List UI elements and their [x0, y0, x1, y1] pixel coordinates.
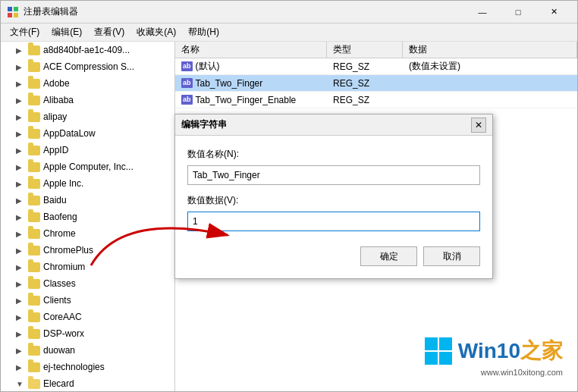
header-name: 名称 — [175, 42, 327, 58]
header-data: 数据 — [403, 42, 577, 58]
tree-label: DSP-worx — [43, 328, 84, 339]
menu-file[interactable]: 文件(F) — [4, 24, 46, 40]
reg-type-icon: ab — [181, 61, 193, 71]
svg-rect-6 — [439, 337, 452, 350]
tree-panel[interactable]: ▶ a8d840bf-ae1c-409... ▶ ACE Compression… — [1, 42, 175, 391]
folder-icon — [28, 178, 40, 189]
watermark-main-text: Win10 — [458, 339, 520, 363]
reg-type-icon: ab — [181, 78, 193, 88]
tree-arrow: ▶ — [16, 330, 28, 338]
folder-icon — [28, 345, 40, 356]
value-data-label: 数值数据(V): — [187, 194, 480, 207]
folder-icon — [28, 45, 40, 55]
minimize-button[interactable]: — — [465, 1, 500, 24]
folder-icon — [28, 195, 40, 205]
menu-view[interactable]: 查看(V) — [88, 24, 130, 40]
maximize-button[interactable]: □ — [501, 1, 536, 24]
tree-item-coreaac[interactable]: ▶ CoreAAC — [1, 309, 174, 325]
tree-item-duowan[interactable]: ▶ duowan — [1, 342, 174, 359]
tree-item-chrome[interactable]: ▶ Chrome — [1, 225, 174, 242]
cancel-button[interactable]: 取消 — [423, 246, 480, 266]
tree-item-baofeng[interactable]: ▶ Baofeng — [1, 209, 174, 225]
tree-item-dsp-worx[interactable]: ▶ DSP-worx — [1, 325, 174, 342]
folder-icon — [28, 312, 40, 322]
menu-favorites[interactable]: 收藏夹(A) — [130, 24, 182, 40]
tree-label: alipay — [43, 111, 67, 122]
tree-label: ACE Compression S... — [43, 61, 134, 72]
watermark-logo: Win10 之家 — [423, 336, 563, 366]
tree-label: duowan — [43, 345, 75, 356]
tree-label: Chrome — [43, 228, 76, 239]
tree-item-a8d840[interactable]: ▶ a8d840bf-ae1c-409... — [1, 42, 174, 58]
folder-icon — [28, 378, 40, 389]
folder-icon — [28, 278, 40, 289]
tree-arrow: ▶ — [16, 196, 28, 205]
tree-item-elecard[interactable]: ▼ Elecard — [1, 375, 174, 391]
tree-label: Alibaba — [43, 95, 74, 105]
watermark-url: www.win10xitong.com — [481, 368, 563, 377]
tree-label: AppID — [43, 145, 68, 155]
value-data-input[interactable] — [187, 212, 480, 231]
tree-item-clients[interactable]: ▶ Clients — [1, 292, 174, 309]
folder-icon — [28, 228, 40, 239]
folder-icon — [28, 128, 40, 139]
tree-label: Chromium — [43, 262, 85, 272]
list-row-default[interactable]: ab (默认) REG_SZ (数值未设置) — [175, 58, 577, 75]
menu-help[interactable]: 帮助(H) — [182, 24, 225, 40]
tree-label: Classes — [43, 278, 76, 289]
title-bar-buttons: — □ ✕ — [465, 1, 571, 24]
ok-button[interactable]: 确定 — [360, 246, 417, 266]
folder-icon — [28, 245, 40, 256]
tree-arrow: ▶ — [16, 46, 28, 55]
cell-type: REG_SZ — [327, 75, 403, 91]
folder-icon — [28, 362, 40, 372]
tree-item-appid[interactable]: ▶ AppID — [1, 142, 174, 158]
tree-label: Clients — [43, 295, 71, 306]
dialog-buttons: 确定 取消 — [187, 246, 480, 266]
list-row-tab-two-finger-enable[interactable]: ab Tab_Two_Finger_Enable REG_SZ — [175, 92, 577, 108]
cell-data: (数值未设置) — [403, 58, 577, 74]
tree-item-baidu[interactable]: ▶ Baidu — [1, 192, 174, 209]
tree-arrow: ▶ — [16, 113, 28, 121]
tree-arrow: ▶ — [16, 313, 28, 321]
tree-arrow: ▶ — [16, 63, 28, 71]
folder-icon — [28, 95, 40, 105]
list-row-tab-two-finger[interactable]: ab Tab_Two_Finger REG_SZ — [175, 75, 577, 92]
cell-data — [403, 92, 577, 108]
tree-arrow: ▶ — [16, 96, 28, 105]
tree-arrow: ▶ — [16, 246, 28, 255]
tree-item-apple-computer[interactable]: ▶ Apple Computer, Inc... — [1, 158, 174, 175]
tree-item-chromeplus[interactable]: ▶ ChromePlus — [1, 242, 174, 259]
tree-item-classes[interactable]: ▶ Classes — [1, 275, 174, 292]
tree-arrow: ▶ — [16, 263, 28, 271]
menu-edit[interactable]: 编辑(E) — [46, 24, 88, 40]
tree-item-alibaba[interactable]: ▶ Alibaba — [1, 92, 174, 108]
tree-item-apple-inc[interactable]: ▶ Apple Inc. — [1, 175, 174, 192]
tree-item-alipay[interactable]: ▶ alipay — [1, 108, 174, 125]
tree-arrow: ▶ — [16, 296, 28, 305]
tree-label: Adobe — [43, 78, 70, 89]
tree-arrow: ▶ — [16, 213, 28, 221]
tree-arrow: ▶ — [16, 163, 28, 171]
tree-label: CoreAAC — [43, 312, 82, 322]
folder-icon — [28, 61, 40, 72]
cell-type: REG_SZ — [327, 58, 403, 74]
tree-arrow: ▶ — [16, 363, 28, 372]
value-name-input[interactable] — [187, 165, 480, 185]
tree-arrow: ▶ — [16, 180, 28, 188]
tree-label: ChromePlus — [43, 245, 93, 256]
tree-label: Elecard — [43, 378, 74, 389]
tree-item-ace[interactable]: ▶ ACE Compression S... — [1, 58, 174, 75]
folder-icon — [28, 295, 40, 306]
dialog-close-button[interactable]: ✕ — [471, 118, 486, 133]
tree-item-adobe[interactable]: ▶ Adobe — [1, 75, 174, 92]
cell-type: REG_SZ — [327, 92, 403, 108]
tree-item-ej-tech[interactable]: ▶ ej-technologies — [1, 359, 174, 375]
tree-item-appdatalow[interactable]: ▶ AppDataLow — [1, 125, 174, 142]
close-button[interactable]: ✕ — [536, 1, 571, 24]
tree-item-chromium[interactable]: ▶ Chromium — [1, 259, 174, 275]
tree-label: a8d840bf-ae1c-409... — [43, 45, 130, 55]
dialog-title-bar: 编辑字符串 ✕ — [175, 114, 492, 136]
svg-rect-5 — [425, 337, 438, 350]
edit-string-dialog: 编辑字符串 ✕ 数值名称(N): 数值数据(V): 确定 取消 — [174, 114, 493, 279]
